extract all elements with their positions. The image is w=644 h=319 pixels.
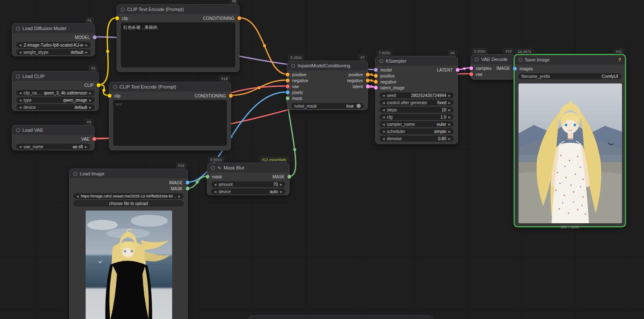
node-header[interactable]: KSampler (376, 56, 457, 66)
widget-device[interactable]: device default (16, 104, 95, 110)
toggle-knob-icon[interactable] (357, 104, 361, 108)
output-slot-conditioning[interactable] (237, 17, 241, 20)
collapse-dot-icon[interactable] (16, 128, 20, 132)
widget-steps[interactable]: steps 10 (379, 107, 454, 113)
node-ksampler[interactable]: 7.825s #4 KSampler model LATENT positive… (375, 56, 458, 144)
increment-arrow-icon[interactable] (449, 137, 451, 140)
node-header[interactable]: Load Image (70, 169, 187, 178)
collapse-dot-icon[interactable] (519, 58, 522, 62)
prompt-textarea[interactable]: 红色长裙，美丽的 (121, 22, 235, 67)
decrement-arrow-icon[interactable] (382, 137, 385, 140)
input-slot-positive[interactable] (374, 74, 378, 78)
widget-clip-name[interactable]: clip_na ... qwen_3_4b.safetensors (16, 90, 95, 96)
widget-scheduler[interactable]: scheduler simple (379, 128, 454, 134)
node-mask-blur[interactable]: 0.001s #13 essentials Mask Blur mask MAS… (207, 163, 290, 195)
collapse-dot-icon[interactable] (475, 58, 479, 61)
combo-left-arrow-icon[interactable] (19, 99, 21, 102)
node-header[interactable]: Mask Blur (207, 163, 289, 172)
decrement-arrow-icon[interactable] (382, 94, 385, 97)
node-load-image[interactable]: #16 Load Image IMAGE MASK https://image.… (69, 169, 188, 319)
combo-left-arrow-icon[interactable] (19, 51, 21, 54)
output-slot-mask[interactable] (287, 175, 291, 179)
output-slot-model[interactable] (93, 36, 97, 39)
input-slot-vae[interactable] (286, 85, 290, 89)
upload-button[interactable]: choose file to upload (73, 200, 184, 206)
node-header[interactable]: VAE Decode (471, 55, 515, 64)
node-load-diffusion-model[interactable]: #1 Load Diffusion Model MODEL Z-Image-Tu… (12, 23, 95, 56)
input-slot-negative[interactable] (286, 79, 290, 83)
collapse-dot-icon[interactable] (291, 64, 295, 68)
increment-arrow-icon[interactable] (449, 116, 451, 119)
input-slot-latent-image[interactable] (374, 86, 378, 90)
input-slot-model[interactable] (374, 68, 378, 72)
combo-right-arrow-icon[interactable] (86, 51, 88, 54)
output-slot-image[interactable] (186, 181, 190, 185)
input-slot-mask[interactable] (206, 175, 209, 179)
widget-noise-mask[interactable]: noise_mask true (291, 103, 364, 109)
widget-sampler-name[interactable]: sampler_name euler (379, 121, 454, 127)
output-slot-latent[interactable] (366, 85, 370, 89)
node-save-image[interactable]: 26.467s #11 Save Image ? images filename… (514, 55, 625, 227)
widget-denoise[interactable]: denoise 0.80 (379, 136, 454, 141)
increment-arrow-icon[interactable] (449, 94, 451, 97)
input-slot-mask[interactable] (286, 97, 290, 100)
collapse-dot-icon[interactable] (16, 75, 20, 78)
combo-right-arrow-icon[interactable] (449, 130, 451, 133)
output-slot-negative[interactable] (366, 79, 370, 83)
node-clip-text-encode-negative[interactable]: #18 CLIP Text Encode (Prompt) clip CONDI… (109, 82, 231, 150)
node-vae-decode[interactable]: 0.506s #10 VAE Decode samples IMAGE vae (471, 54, 515, 80)
decrement-arrow-icon[interactable] (382, 116, 385, 119)
combo-left-arrow-icon[interactable] (382, 130, 385, 133)
widget-device[interactable]: device auto (211, 189, 285, 194)
node-clip-text-encode-positive[interactable]: #8 CLIP Text Encode (Prompt) clip CONDIT… (117, 4, 240, 72)
node-load-clip[interactable]: #2 Load CLIP CLIP clip_na ... qwen_3_4b.… (12, 71, 99, 111)
output-slot-clip[interactable] (97, 83, 100, 87)
comfyui-canvas[interactable]: #1 Load Diffusion Model MODEL Z-Image-Tu… (0, 0, 644, 319)
combo-left-arrow-icon[interactable] (76, 195, 78, 198)
combo-left-arrow-icon[interactable] (214, 190, 216, 193)
widget-vae-name[interactable]: vae_name ae.sft (16, 144, 90, 150)
combo-right-arrow-icon[interactable] (280, 190, 282, 193)
widget-image-url[interactable]: https://image.cdn2.seaart.me/2025-12-04/… (73, 193, 184, 199)
prompt-textarea[interactable]: test (113, 100, 227, 146)
combo-left-arrow-icon[interactable] (19, 92, 21, 94)
combo-left-arrow-icon[interactable] (19, 44, 21, 47)
bottom-toolbar[interactable] (248, 315, 432, 319)
combo-left-arrow-icon[interactable] (382, 101, 385, 104)
node-header[interactable]: CLIP Text Encode (Prompt) (117, 5, 239, 14)
widget-amount[interactable]: amount 70 (211, 181, 285, 187)
collapse-dot-icon[interactable] (16, 27, 20, 31)
increment-arrow-icon[interactable] (449, 108, 451, 111)
collapse-dot-icon[interactable] (73, 172, 77, 176)
collapse-dot-icon[interactable] (379, 59, 383, 63)
input-slot-clip[interactable] (108, 94, 112, 98)
combo-left-arrow-icon[interactable] (19, 106, 21, 109)
output-slot-positive[interactable] (366, 73, 370, 77)
widget-control-after-generate[interactable]: control after generate fixed (379, 100, 454, 105)
increment-arrow-icon[interactable] (280, 183, 282, 186)
output-slot-mask[interactable] (186, 187, 190, 191)
node-header[interactable]: CLIP Text Encode (Prompt) (109, 82, 231, 92)
input-slot-positive[interactable] (286, 73, 290, 77)
widget-filename-prefix[interactable]: filename_prefix ComfyUI (519, 73, 621, 79)
input-slot-pixels[interactable] (286, 91, 290, 94)
widget-weight-dtype[interactable]: weight_dtype default (16, 49, 91, 55)
combo-right-arrow-icon[interactable] (89, 106, 92, 109)
node-header[interactable]: InpaintModelConditioning (287, 61, 368, 70)
widget-type[interactable]: type qwen_image (16, 97, 95, 103)
decrement-arrow-icon[interactable] (382, 108, 385, 111)
node-load-vae[interactable]: #3 Load VAE VAE vae_name ae.sft (12, 125, 95, 150)
collapse-dot-icon[interactable] (211, 166, 215, 170)
collapse-dot-icon[interactable] (121, 8, 125, 11)
combo-right-arrow-icon[interactable] (89, 99, 92, 102)
combo-left-arrow-icon[interactable] (19, 145, 21, 148)
collapse-dot-icon[interactable] (113, 85, 117, 89)
input-slot-vae[interactable] (469, 72, 473, 76)
combo-left-arrow-icon[interactable] (382, 123, 385, 126)
input-slot-images[interactable] (513, 67, 517, 71)
widget-cfg[interactable]: cfg 1.0 (379, 114, 454, 120)
node-header[interactable]: Load Diffusion Model (12, 24, 95, 33)
combo-right-arrow-icon[interactable] (449, 101, 451, 104)
combo-right-arrow-icon[interactable] (178, 195, 181, 198)
combo-right-arrow-icon[interactable] (89, 92, 92, 94)
